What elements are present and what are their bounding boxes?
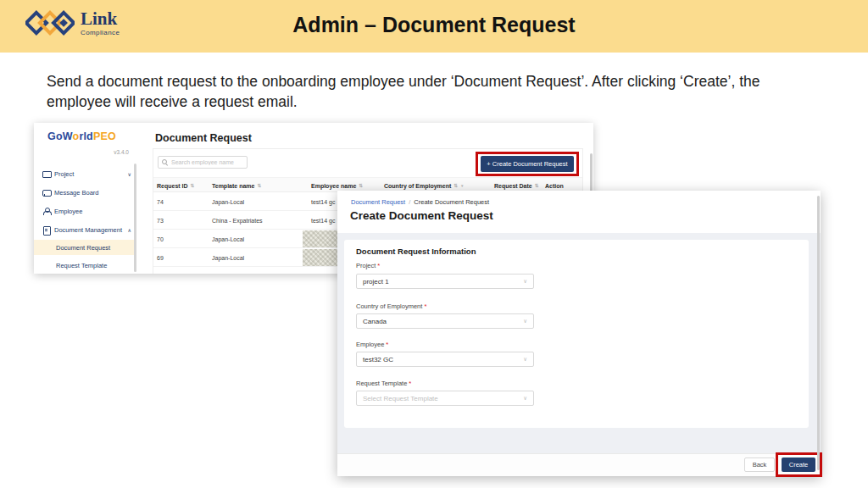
slide: Link Compliance Admin – Document Request… — [0, 0, 868, 488]
sidebar-item-label: Project — [54, 170, 74, 178]
form-page-header: Document Request / Create Document Reque… — [337, 191, 821, 233]
cell-template-name: Japan-Local — [212, 192, 244, 211]
sidebar-item-document-management[interactable]: Document Management ∧ — [42, 221, 131, 238]
column-header-template-name[interactable]: Template name ⇅ — [212, 178, 261, 193]
cell-request-id: 69 — [157, 248, 164, 267]
filter-icon[interactable]: ▼ — [460, 184, 464, 188]
cell-template-name: Japan-Local — [212, 248, 244, 267]
slide-header: Link Compliance Admin – Document Request — [0, 0, 868, 53]
cell-request-id: 70 — [157, 230, 164, 248]
sidebar-scrollbar[interactable] — [134, 164, 136, 272]
message-icon — [42, 189, 50, 197]
sidebar-item-label: Message Board — [54, 189, 99, 197]
column-header-label: Country of Employment — [384, 183, 451, 189]
sidebar-item-label: Request Template — [56, 262, 107, 269]
field-label-text: Request Template — [356, 380, 407, 387]
cell-request-id: 73 — [157, 211, 164, 230]
column-header-label: Template name — [212, 183, 254, 189]
user-icon — [42, 208, 50, 215]
sort-icon[interactable]: ⇅ — [359, 183, 363, 188]
page-title: Create Document Request — [350, 209, 493, 222]
employee-select[interactable]: test32 GC ∨ — [356, 352, 534, 367]
logo-part: rld — [79, 130, 93, 142]
app-version: v3.4.0 — [114, 149, 129, 155]
chevron-down-icon: ∨ — [523, 395, 527, 402]
required-mark: * — [377, 262, 380, 269]
required-mark: * — [409, 380, 411, 387]
breadcrumb-current: Create Document Request — [414, 198, 489, 206]
sidebar-item-message-board[interactable]: Message Board — [42, 184, 131, 201]
section-title: Document Request Information — [356, 247, 476, 256]
goworldpeo-logo: GoWorldPEO — [47, 130, 116, 142]
field-label-request-template: Request Template* — [356, 380, 411, 387]
column-header-request-id[interactable]: Request ID ⇅ — [157, 178, 194, 193]
create-document-request-button[interactable]: + Create Document Request — [481, 156, 574, 172]
column-header-label: Request Date — [494, 183, 532, 189]
logo-part: PEO — [93, 130, 116, 142]
sidebar: GoWorldPEO v3.4.0 Project ∨ Message Boar… — [34, 123, 142, 274]
sort-icon[interactable]: ⇅ — [191, 183, 195, 188]
slide-title: Admin – Document Request — [0, 13, 868, 37]
sort-icon[interactable]: ⇅ — [257, 183, 261, 188]
field-label-country-of-employment: Country of Employment* — [356, 302, 426, 310]
slide-body-text: Send a document request to the onboardin… — [47, 72, 816, 112]
cell-employee-name: test14 gc — [311, 192, 335, 211]
sidebar-item-request-template[interactable]: Request Template — [34, 258, 136, 273]
sort-icon[interactable]: ⇅ — [535, 183, 539, 188]
field-label-text: Country of Employment — [356, 302, 422, 310]
select-placeholder: Select Request Template — [363, 395, 438, 402]
required-mark: * — [386, 341, 388, 348]
cell-template-name: China - Expatriates — [212, 211, 263, 230]
request-template-select[interactable]: Select Request Template ∨ — [356, 391, 534, 406]
create-button[interactable]: Create — [782, 458, 815, 472]
cell-request-id: 74 — [157, 192, 164, 211]
breadcrumb-link-document-request[interactable]: Document Request — [351, 198, 405, 206]
field-label-text: Project — [356, 262, 376, 269]
field-label-project: Project* — [356, 262, 380, 269]
chevron-down-icon: ∨ — [128, 171, 131, 177]
search-icon — [162, 159, 168, 165]
breadcrumb: Document Request / Create Document Reque… — [351, 198, 489, 206]
breadcrumb-separator: / — [409, 198, 410, 206]
select-value: Canada — [363, 318, 387, 325]
form-card: Document Request Information Project* pr… — [344, 240, 809, 428]
chevron-down-icon: ∨ — [523, 278, 527, 285]
sidebar-item-employee[interactable]: Employee — [42, 202, 131, 219]
sort-icon[interactable]: ⇅ — [453, 183, 458, 188]
monitor-icon — [42, 170, 50, 178]
column-header-label: Request ID — [157, 183, 188, 189]
field-label-text: Employee — [356, 341, 384, 348]
logo-part: GoW — [47, 130, 73, 142]
column-header-label: Action — [545, 183, 564, 189]
document-icon — [42, 226, 50, 234]
chevron-down-icon: ∨ — [523, 318, 527, 324]
sidebar-item-label: Document Management — [54, 226, 122, 234]
back-button[interactable]: Back — [744, 458, 775, 472]
create-document-request-screenshot: Document Request / Create Document Reque… — [337, 191, 821, 476]
sidebar-item-label: Document Request — [56, 244, 110, 252]
sidebar-item-label: Employee — [54, 208, 82, 215]
cell-template-name: Japan-Local — [212, 230, 244, 248]
select-value: project 1 — [363, 278, 389, 286]
page-title: Document Request — [155, 132, 252, 144]
cell-employee-name: test14 gc — [311, 211, 335, 230]
chevron-down-icon: ∨ — [523, 356, 527, 363]
country-of-employment-select[interactable]: Canada ∨ — [356, 313, 534, 329]
project-select[interactable]: project 1 ∨ — [356, 274, 534, 289]
select-value: test32 GC — [363, 356, 393, 363]
column-header-label: Employee name — [311, 183, 356, 189]
form-scrollbar[interactable] — [817, 196, 820, 470]
required-mark: * — [424, 302, 426, 310]
sidebar-item-project[interactable]: Project ∨ — [42, 165, 131, 182]
sidebar-item-document-request[interactable]: Document Request — [34, 240, 136, 255]
search-input[interactable] — [158, 156, 248, 169]
chevron-up-icon: ∧ — [128, 227, 131, 233]
field-label-employee: Employee* — [356, 341, 388, 348]
